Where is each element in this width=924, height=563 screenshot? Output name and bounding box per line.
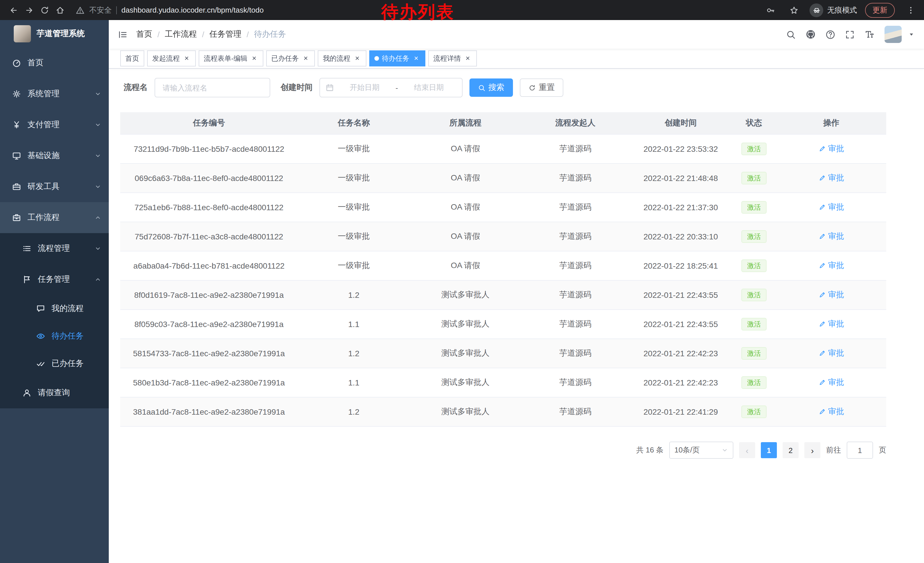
- sidebar-item-system[interactable]: 系统管理: [0, 78, 109, 110]
- goto-page-input[interactable]: [847, 441, 873, 459]
- sidebar-item-infrastructure[interactable]: 基础设施: [0, 140, 109, 171]
- key-icon[interactable]: [762, 2, 778, 18]
- browser-forward-icon[interactable]: [21, 2, 37, 18]
- sidebar-toggle-icon[interactable]: [118, 30, 128, 39]
- table-row: 58154733-7ac8-11ec-a9e2-a2380e71991a1.2测…: [120, 339, 886, 368]
- breadcrumb-item-current: 待办任务: [254, 29, 286, 39]
- avatar[interactable]: [885, 26, 902, 43]
- cell-task-name: 一级审批: [298, 251, 410, 280]
- process-name-input[interactable]: [162, 83, 263, 93]
- sidebar-item-my-process[interactable]: 我的流程: [0, 295, 109, 323]
- close-icon[interactable]: ×: [302, 54, 310, 62]
- approve-link[interactable]: 审批: [818, 377, 844, 388]
- approve-link[interactable]: 审批: [818, 290, 844, 300]
- column-header: 流程发起人: [521, 112, 630, 134]
- address-bar[interactable]: 不安全 dashboard.yudao.iocoder.cn/bpm/task/…: [76, 5, 264, 15]
- tab-process-detail[interactable]: 流程详情×: [428, 50, 477, 66]
- table-row: 069c6a63-7b8a-11ec-8ef0-acde48001122一级审批…: [120, 164, 886, 193]
- pen-icon: [818, 174, 826, 182]
- table-row: 8f059c03-7ac8-11ec-a9e2-a2380e71991a1.1测…: [120, 309, 886, 339]
- main-area: 首页 / 工作流程 / 任务管理 / 待办任务: [109, 20, 924, 563]
- approve-link[interactable]: 审批: [818, 173, 844, 183]
- sidebar-item-todo-task[interactable]: 待办任务: [0, 323, 109, 350]
- column-header: 状态: [732, 112, 776, 134]
- browser-home-icon[interactable]: [52, 2, 68, 18]
- tab-my-process[interactable]: 我的流程×: [318, 50, 366, 66]
- browser-back-icon[interactable]: [6, 2, 21, 18]
- sidebar-item-devtools[interactable]: 研发工具: [0, 171, 109, 202]
- status-badge: 激活: [741, 172, 766, 185]
- security-label: 不安全: [89, 5, 112, 15]
- reset-button[interactable]: 重置: [520, 78, 563, 97]
- close-icon[interactable]: ×: [464, 54, 472, 62]
- sidebar-item-payment[interactable]: 支付管理: [0, 110, 109, 140]
- close-icon[interactable]: ×: [183, 54, 190, 62]
- update-button[interactable]: 更新: [865, 3, 895, 18]
- column-header: 创建时间: [630, 112, 732, 134]
- sidebar-item-process-mgmt[interactable]: 流程管理: [0, 233, 109, 264]
- tab-form-edit[interactable]: 流程表单-编辑×: [199, 50, 263, 66]
- date-range-picker[interactable]: 开始日期 - 结束日期: [320, 78, 463, 98]
- cell-initiator: 芋道源码: [521, 222, 630, 251]
- approve-link[interactable]: 审批: [818, 261, 844, 271]
- browser-reload-icon[interactable]: [37, 2, 52, 18]
- approve-link[interactable]: 审批: [818, 231, 844, 242]
- annotation-text: 待办列表: [381, 1, 454, 24]
- tab-done-task[interactable]: 已办任务×: [266, 50, 315, 66]
- breadcrumb-item-task-mgmt[interactable]: 任务管理: [210, 29, 242, 39]
- page-size-select[interactable]: 10条/页: [669, 441, 734, 459]
- sidebar-item-workflow[interactable]: 工作流程: [0, 202, 109, 233]
- cell-initiator: 芋道源码: [521, 280, 630, 309]
- cell-task-id: a6aba0a4-7b6d-11ec-b781-acde48001122: [120, 251, 298, 280]
- pen-icon: [818, 204, 826, 211]
- tab-start-process[interactable]: 发起流程×: [147, 50, 196, 66]
- breadcrumb-item-workflow[interactable]: 工作流程: [165, 29, 197, 39]
- close-icon[interactable]: ×: [353, 54, 361, 62]
- close-icon[interactable]: ×: [412, 54, 420, 62]
- range-separator: -: [396, 83, 398, 92]
- tab-home[interactable]: 首页: [120, 50, 144, 66]
- cell-created: 2022-01-21 22:42:23: [630, 339, 732, 368]
- search-button[interactable]: 搜索: [470, 78, 513, 97]
- page-button-1[interactable]: 1: [761, 442, 777, 458]
- text-size-icon[interactable]: [864, 29, 875, 39]
- cell-task-name: 1.2: [298, 339, 410, 368]
- cell-task-name: 1.1: [298, 368, 410, 397]
- approve-link[interactable]: 审批: [818, 319, 844, 329]
- address-divider: [116, 6, 117, 14]
- sidebar-item-done-task[interactable]: 已办任务: [0, 350, 109, 377]
- sidebar-item-task-mgmt[interactable]: 任务管理: [0, 264, 109, 295]
- chevron-down-icon: [94, 183, 101, 190]
- cell-task-name: 1.2: [298, 397, 410, 426]
- sidebar-item-leave-query[interactable]: 请假查询: [0, 377, 109, 408]
- approve-link[interactable]: 审批: [818, 407, 844, 417]
- cell-process: 测试多审批人: [410, 280, 521, 309]
- tab-todo-task[interactable]: 待办任务×: [369, 50, 425, 66]
- approve-link[interactable]: 审批: [818, 348, 844, 359]
- approve-link[interactable]: 审批: [818, 202, 844, 213]
- fullscreen-icon[interactable]: [845, 30, 855, 39]
- sidebar-item-home[interactable]: 首页: [0, 48, 109, 78]
- cell-task-id: 8f059c03-7ac8-11ec-a9e2-a2380e71991a: [120, 309, 298, 339]
- search-button-icon: [478, 84, 486, 92]
- cell-process: OA 请假: [410, 251, 521, 280]
- cell-task-name: 一级审批: [298, 164, 410, 193]
- breadcrumb-item-home[interactable]: 首页: [136, 29, 152, 39]
- cell-initiator: 芋道源码: [521, 368, 630, 397]
- kebab-menu-icon[interactable]: [903, 2, 918, 18]
- github-icon[interactable]: [806, 29, 816, 39]
- prev-page-button[interactable]: ‹: [739, 442, 755, 458]
- next-page-button[interactable]: ›: [804, 442, 820, 458]
- help-icon[interactable]: [825, 30, 835, 39]
- star-icon[interactable]: [786, 2, 801, 18]
- cell-task-id: 73211d9d-7b9b-11ec-b5b7-acde48001122: [120, 134, 298, 164]
- page-button-2[interactable]: 2: [783, 442, 799, 458]
- process-name-field[interactable]: [154, 78, 270, 98]
- search-icon[interactable]: [786, 30, 796, 39]
- chevron-up-icon: [94, 276, 101, 283]
- caret-down-icon[interactable]: [908, 31, 915, 38]
- app-logo[interactable]: 芋道管理系统: [0, 20, 109, 48]
- incognito-label: 无痕模式: [827, 5, 857, 15]
- close-icon[interactable]: ×: [250, 54, 258, 62]
- approve-link[interactable]: 审批: [818, 144, 844, 154]
